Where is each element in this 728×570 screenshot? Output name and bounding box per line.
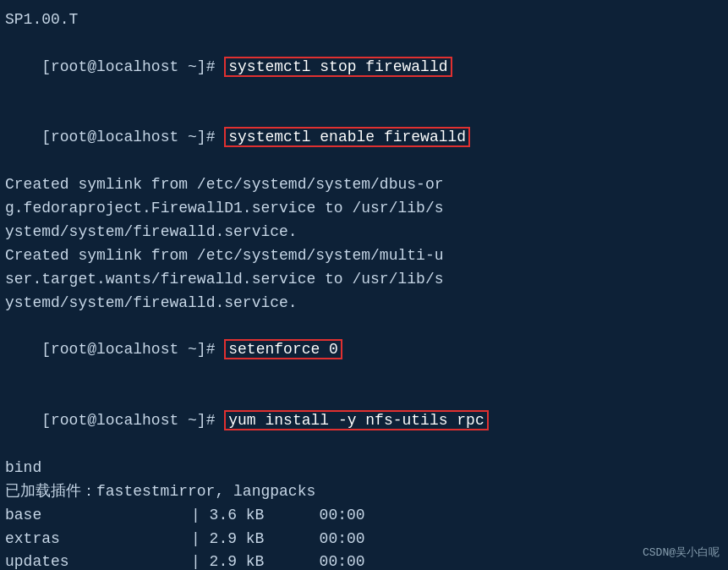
prompt: [root@localhost ~]# [41, 58, 224, 75]
repo-name: extras [5, 528, 191, 551]
prompt: [root@localhost ~]# [41, 129, 224, 145]
repo-size: 2.9 kB [210, 528, 320, 551]
repo-size: 3.6 kB [210, 504, 320, 528]
command-box: systemctl enable firewalld [224, 127, 470, 147]
output-line: ystemd/system/firewalld.service. [5, 292, 723, 315]
terminal-line: [root@localhost ~]# yum install -y nfs-u… [5, 386, 723, 457]
repo-name: updates [5, 551, 191, 570]
repo-sep: | [191, 504, 210, 528]
terminal-line: [root@localhost ~]# systemctl stop firew… [5, 32, 723, 103]
repo-time: 00:00 [320, 551, 365, 570]
repo-size: 2.9 kB [210, 551, 320, 570]
repo-line: extras | 2.9 kB 00:00 [5, 528, 723, 551]
command-box: yum install -y nfs-utils rpc [224, 410, 488, 430]
repo-sep: | [191, 528, 210, 551]
terminal-line: [root@localhost ~]# setenforce 0 [5, 315, 723, 386]
prompt: [root@localhost ~]# [41, 412, 224, 429]
repo-line: updates | 2.9 kB 00:00 [5, 551, 723, 570]
output-line: Created symlink from /etc/systemd/system… [5, 173, 723, 197]
output-line: Created symlink from /etc/systemd/system… [5, 244, 723, 268]
command-box: systemctl stop firewalld [224, 57, 452, 77]
command-box: setenforce 0 [224, 339, 342, 359]
output-line: bind [5, 457, 723, 480]
prompt: [root@localhost ~]# [41, 341, 224, 358]
watermark: CSDN@吴小白呢 [643, 545, 720, 560]
output-line: 已加载插件：fastestmirror, langpacks [5, 480, 723, 504]
terminal-line: [root@localhost ~]# systemctl enable fir… [5, 103, 723, 174]
repo-name: base [5, 504, 191, 528]
repo-line: base | 3.6 kB 00:00 [5, 504, 723, 528]
repo-sep: | [191, 551, 210, 570]
repo-time: 00:00 [320, 528, 365, 551]
output-line: ser.target.wants/firewalld.service to /u… [5, 268, 723, 292]
repo-time: 00:00 [320, 504, 365, 528]
terminal-window: SP1.00.T [root@localhost ~]# systemctl s… [0, 0, 728, 570]
line-partial: SP1.00.T [5, 8, 723, 32]
output-line: ystemd/system/firewalld.service. [5, 221, 723, 244]
output-line: g.fedoraproject.FirewallD1.service to /u… [5, 197, 723, 221]
